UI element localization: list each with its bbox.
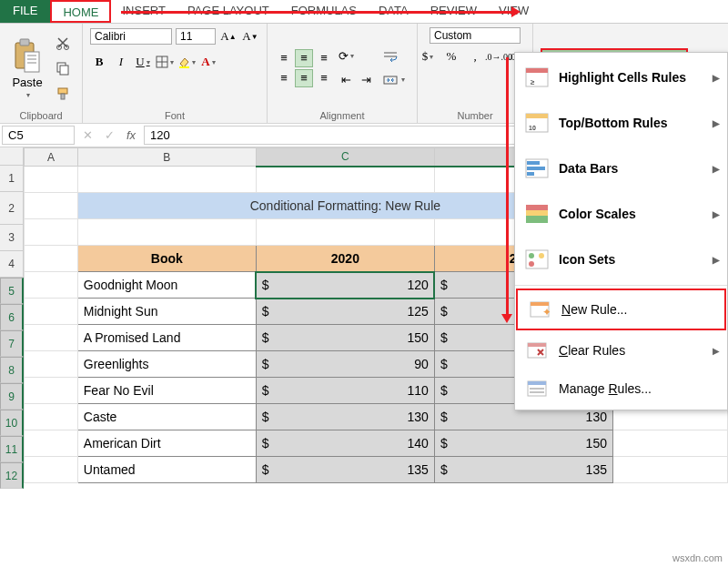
row-header[interactable]: 5 xyxy=(0,278,24,304)
file-tab[interactable]: FILE xyxy=(0,0,50,23)
manage-rules-item[interactable]: Manage Rules... xyxy=(515,370,727,408)
enter-formula-icon[interactable]: ✓ xyxy=(98,128,120,142)
cell[interactable] xyxy=(25,457,78,483)
data-bars-item[interactable]: Data Bars▶ xyxy=(515,146,727,191)
col-header[interactable]: A xyxy=(25,148,78,167)
home-tab[interactable]: HOME xyxy=(50,0,111,23)
book-cell[interactable]: American Dirt xyxy=(77,430,256,457)
cell[interactable] xyxy=(256,167,434,193)
row-header[interactable]: 7 xyxy=(0,330,24,357)
align-right-icon[interactable]: ≡ xyxy=(315,69,333,87)
col-header[interactable]: B xyxy=(77,148,256,167)
row-header[interactable]: 4 xyxy=(0,251,24,278)
select-all-corner[interactable] xyxy=(0,147,24,166)
cell[interactable] xyxy=(25,430,78,457)
cancel-formula-icon[interactable]: ✕ xyxy=(76,128,98,142)
icon-sets-item[interactable]: Icon Sets▶ xyxy=(515,237,727,282)
new-rule-item[interactable]: ✦ New Rule... xyxy=(516,289,726,330)
font-size-select[interactable] xyxy=(176,28,216,45)
format-painter-button[interactable] xyxy=(51,84,75,104)
row-header[interactable]: 10 xyxy=(0,410,24,436)
border-button[interactable] xyxy=(156,53,174,71)
bold-button[interactable]: B xyxy=(90,53,108,71)
book-cell[interactable]: Greenlights xyxy=(77,351,256,378)
top-bottom-rules-item[interactable]: 10 Top/Bottom Rules▶ xyxy=(515,100,727,146)
svg-point-42 xyxy=(529,253,534,258)
row-header[interactable]: 2 xyxy=(0,192,24,225)
book-cell[interactable]: Fear No Evil xyxy=(77,378,256,404)
value-cell[interactable]: $125 xyxy=(256,299,434,325)
orientation-button[interactable]: ⟳ xyxy=(337,47,355,66)
value-cell[interactable]: $150 xyxy=(256,325,434,351)
number-format-select[interactable] xyxy=(430,27,521,44)
row-header[interactable]: 8 xyxy=(0,357,24,383)
name-box[interactable] xyxy=(2,126,75,145)
fill-color-button[interactable] xyxy=(177,53,196,71)
color-scales-item[interactable]: Color Scales▶ xyxy=(515,191,727,237)
book-cell[interactable]: A Promised Land xyxy=(77,325,256,351)
italic-button[interactable]: I xyxy=(112,53,130,71)
percent-button[interactable]: % xyxy=(442,47,460,66)
decrease-font-icon[interactable]: A▼ xyxy=(241,27,259,46)
copy-button[interactable] xyxy=(51,58,75,78)
header-book[interactable]: Book xyxy=(77,246,256,272)
value-cell[interactable]: $130 xyxy=(256,404,434,430)
fx-icon[interactable]: fx xyxy=(120,128,142,142)
underline-button[interactable]: U xyxy=(134,53,152,71)
book-cell[interactable]: Goodnight Moon xyxy=(77,272,256,299)
book-cell[interactable]: Caste xyxy=(77,404,256,430)
book-cell[interactable]: Untamed xyxy=(77,457,256,483)
highlight-cells-rules-item[interactable]: ≥ Highlight Cells Rules▶ xyxy=(515,55,727,100)
cell[interactable] xyxy=(25,193,78,219)
cell[interactable] xyxy=(25,299,78,325)
value-cell[interactable]: $110 xyxy=(256,378,434,404)
increase-decimal-icon[interactable]: .0→.00 xyxy=(490,47,508,66)
value-cell[interactable]: $150 xyxy=(434,430,612,457)
merge-button[interactable] xyxy=(379,71,410,89)
cell[interactable] xyxy=(25,378,78,404)
wrap-text-button[interactable] xyxy=(379,47,410,66)
align-center-icon[interactable]: ≡ xyxy=(295,69,313,87)
clipboard-label: Clipboard xyxy=(19,110,62,121)
cell[interactable] xyxy=(612,430,727,457)
cell[interactable] xyxy=(25,246,78,272)
header-2020[interactable]: 2020 xyxy=(256,246,434,272)
value-cell[interactable]: $120 xyxy=(256,272,434,299)
increase-font-icon[interactable]: A▲ xyxy=(219,27,238,46)
cell[interactable] xyxy=(25,351,78,378)
cell[interactable] xyxy=(612,457,727,483)
align-bottom-icon[interactable]: ≡ xyxy=(315,49,333,67)
book-cell[interactable]: Midnight Sun xyxy=(77,299,256,325)
font-name-select[interactable] xyxy=(90,28,172,45)
clear-rules-item[interactable]: Clear Rules▶ xyxy=(515,331,727,370)
cell[interactable] xyxy=(25,272,78,299)
font-color-button[interactable]: A xyxy=(199,53,217,71)
col-header[interactable]: C xyxy=(256,148,434,167)
align-middle-icon[interactable]: ≡ xyxy=(295,49,313,67)
row-header[interactable]: 6 xyxy=(0,304,24,330)
increase-indent-icon[interactable]: ⇥ xyxy=(357,71,375,89)
paste-button[interactable]: Paste xyxy=(7,35,47,102)
cell[interactable] xyxy=(25,404,78,430)
cell[interactable] xyxy=(25,219,78,246)
row-header[interactable]: 12 xyxy=(0,462,24,489)
cell[interactable] xyxy=(77,167,256,193)
value-cell[interactable]: $90 xyxy=(256,351,434,378)
cell[interactable] xyxy=(25,167,78,193)
cut-button[interactable] xyxy=(51,33,75,53)
cell[interactable] xyxy=(256,219,434,246)
cell[interactable] xyxy=(77,219,256,246)
comma-button[interactable]: , xyxy=(466,47,484,66)
row-header[interactable]: 11 xyxy=(0,436,24,462)
currency-button[interactable]: $ xyxy=(419,47,437,66)
row-header[interactable]: 3 xyxy=(0,225,24,251)
cell[interactable] xyxy=(25,325,78,351)
value-cell[interactable]: $135 xyxy=(256,457,434,483)
decrease-indent-icon[interactable]: ⇤ xyxy=(337,71,355,89)
align-top-icon[interactable]: ≡ xyxy=(275,49,293,67)
value-cell[interactable]: $135 xyxy=(434,457,612,483)
row-header[interactable]: 9 xyxy=(0,383,24,410)
align-left-icon[interactable]: ≡ xyxy=(275,69,293,87)
row-header[interactable]: 1 xyxy=(0,166,24,192)
value-cell[interactable]: $140 xyxy=(256,430,434,457)
